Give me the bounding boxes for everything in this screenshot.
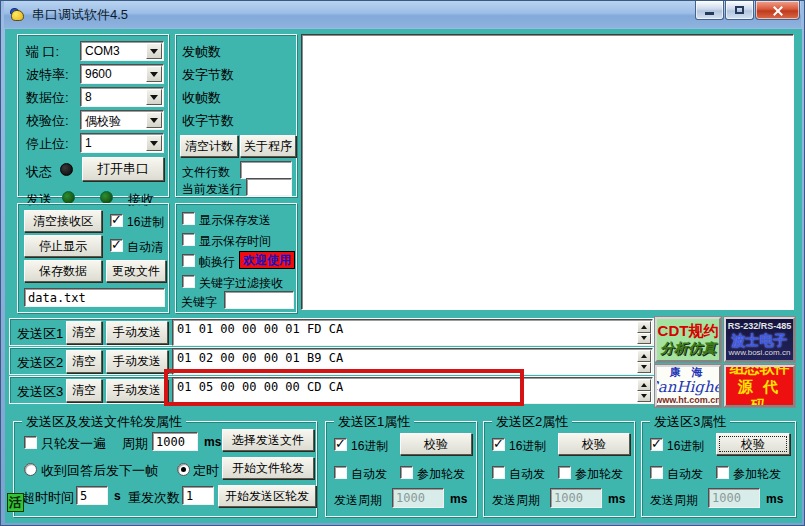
timer-radio[interactable]: [177, 463, 190, 476]
zone1-props-panel: 发送区1属性 16进制 校验 自动发 参加轮发 发送周期 ms: [325, 421, 477, 517]
scroll-down-icon[interactable]: [637, 333, 651, 345]
send-zone2-clear-button[interactable]: 清空: [66, 350, 102, 373]
stop-display-button[interactable]: 停止显示: [24, 235, 102, 257]
bosi-ad-banner[interactable]: RS-232/RS-485 波士电子 www.bosi.com.cn: [724, 317, 795, 362]
zone2-hex-label: 16进制: [509, 438, 546, 455]
send-zone2-label: 发送区2: [17, 354, 63, 372]
scrollbar[interactable]: [637, 350, 651, 373]
change-file-button[interactable]: 更改文件: [106, 260, 166, 282]
zone2-period-field: [550, 488, 602, 508]
canhigher-ad-banner[interactable]: 康 海 CanHigher www.ht.com.cn: [655, 365, 721, 407]
port-settings-panel: 端 口: COM3 波特率: 9600 数据位: 8 校验位: 偶校验 停止位:: [17, 34, 169, 197]
maximize-button[interactable]: [725, 1, 754, 20]
zone2-join-checkbox[interactable]: [558, 466, 571, 479]
scroll-down-icon[interactable]: [637, 362, 651, 374]
show-save-send-checkbox[interactable]: [182, 212, 195, 225]
status-label: 状态: [26, 163, 52, 181]
scrollbar[interactable]: [637, 379, 651, 402]
title-bar[interactable]: 串口调试软件4.5: [4, 1, 801, 28]
databits-select[interactable]: 8: [80, 87, 164, 107]
cdt-ad-banner[interactable]: CDT规约 分析仿真: [655, 317, 721, 362]
send-once-checkbox[interactable]: [24, 436, 37, 449]
zone2-hex-checkbox[interactable]: [492, 438, 505, 451]
zone3-hex-checkbox[interactable]: [650, 438, 663, 451]
zone2-auto-checkbox[interactable]: [492, 466, 505, 479]
keyword-filter-label: 关键字过滤接收: [199, 275, 283, 292]
send-row: 发送区1 清空 手动发送 01 01 00 00 00 01 FD CA: [9, 318, 654, 346]
keyword-filter-checkbox[interactable]: [182, 275, 195, 288]
client-area: 端 口: COM3 波特率: 9600 数据位: 8 校验位: 偶校验 停止位:: [5, 29, 802, 523]
current-line-field[interactable]: [246, 178, 292, 196]
receive-display[interactable]: [301, 34, 794, 310]
show-save-time-checkbox[interactable]: [182, 233, 195, 246]
send-zone3-clear-button[interactable]: 清空: [66, 379, 102, 402]
timeout-label: 超时时间: [22, 489, 74, 507]
answer-next-radio[interactable]: [24, 463, 37, 476]
scroll-down-icon[interactable]: [637, 391, 651, 403]
zone3-join-checkbox[interactable]: [716, 466, 729, 479]
baud-label: 波特率:: [26, 66, 69, 84]
current-line-label: 当前发送行: [182, 181, 242, 198]
chevron-down-icon[interactable]: [146, 66, 162, 82]
clear-receive-button[interactable]: 清空接收区: [24, 210, 102, 232]
chevron-down-icon[interactable]: [146, 43, 162, 59]
zone3-auto-checkbox[interactable]: [650, 466, 663, 479]
chevron-down-icon[interactable]: [146, 112, 162, 128]
baud-select[interactable]: 9600: [80, 64, 164, 84]
zone3-verify-button[interactable]: 校验: [716, 433, 790, 455]
minimize-icon: [705, 12, 714, 15]
zone1-hex-label: 16进制: [351, 438, 388, 455]
send-zone1-data-field[interactable]: 01 01 00 00 00 01 FD CA: [172, 319, 653, 346]
select-send-file-button[interactable]: 选择发送文件: [222, 429, 314, 451]
port-select[interactable]: COM3: [80, 41, 164, 61]
scroll-up-icon[interactable]: [637, 321, 651, 333]
save-data-button[interactable]: 保存数据: [24, 260, 102, 282]
timer-label: 定时: [193, 462, 219, 480]
chevron-down-icon[interactable]: [146, 135, 162, 151]
chevron-down-icon[interactable]: [146, 89, 162, 105]
retry-field[interactable]: [182, 486, 214, 505]
status-led: [60, 163, 73, 176]
keyword-label: 关键字: [181, 294, 217, 311]
zone1-join-checkbox[interactable]: [400, 466, 413, 479]
stopbits-select[interactable]: 1: [80, 133, 164, 153]
clear-count-button[interactable]: 清空计数: [180, 135, 238, 157]
welcome-badge: 欢迎使用: [239, 251, 295, 269]
frame-newline-checkbox[interactable]: [182, 254, 195, 267]
ime-badge[interactable]: 活: [7, 493, 24, 512]
zone1-verify-button[interactable]: 校验: [400, 433, 472, 455]
scroll-up-icon[interactable]: [637, 350, 651, 362]
zutai-ad-banner[interactable]: 组态软件 源 代 码: [724, 365, 795, 407]
hex-display-label: 16进制: [127, 214, 164, 231]
send-zone3-manual-button[interactable]: 手动发送: [106, 379, 168, 402]
keyword-field[interactable]: [224, 291, 294, 309]
open-port-button[interactable]: 打开串口: [82, 157, 164, 181]
send-zone2-manual-button[interactable]: 手动发送: [106, 350, 168, 373]
send-zone1-manual-button[interactable]: 手动发送: [106, 321, 168, 344]
auto-clear-checkbox[interactable]: [110, 239, 123, 252]
zone1-auto-checkbox[interactable]: [334, 466, 347, 479]
answer-next-label: 收到回答后发下一帧: [41, 462, 158, 480]
close-button[interactable]: [755, 1, 800, 20]
receive-options-panel: 清空接收区 16进制 停止显示 自动清 保存数据 更改文件: [17, 203, 169, 313]
maximize-icon: [735, 6, 744, 14]
save-filename-field[interactable]: [24, 288, 165, 307]
zone2-auto-label: 自动发: [509, 466, 545, 483]
file-lines-field[interactable]: [240, 161, 292, 179]
zone1-hex-checkbox[interactable]: [334, 438, 347, 451]
about-button[interactable]: 关于程序: [240, 135, 296, 157]
zone1-period-field: [392, 488, 444, 508]
scroll-up-icon[interactable]: [637, 379, 651, 391]
start-zone-cycle-button[interactable]: 开始发送区轮发: [218, 485, 316, 507]
scrollbar[interactable]: [637, 321, 651, 344]
start-file-cycle-button[interactable]: 开始文件轮发: [222, 457, 314, 479]
parity-select[interactable]: 偶校验: [80, 110, 164, 130]
send-zone3-label: 发送区3: [17, 383, 63, 401]
send-zone1-clear-button[interactable]: 清空: [66, 321, 102, 344]
zone2-verify-button[interactable]: 校验: [558, 433, 630, 455]
timeout-field[interactable]: [76, 486, 108, 505]
hex-display-checkbox[interactable]: [110, 214, 123, 227]
port-label: 端 口:: [26, 43, 59, 61]
period-field[interactable]: [152, 432, 198, 451]
minimize-button[interactable]: [695, 1, 724, 20]
